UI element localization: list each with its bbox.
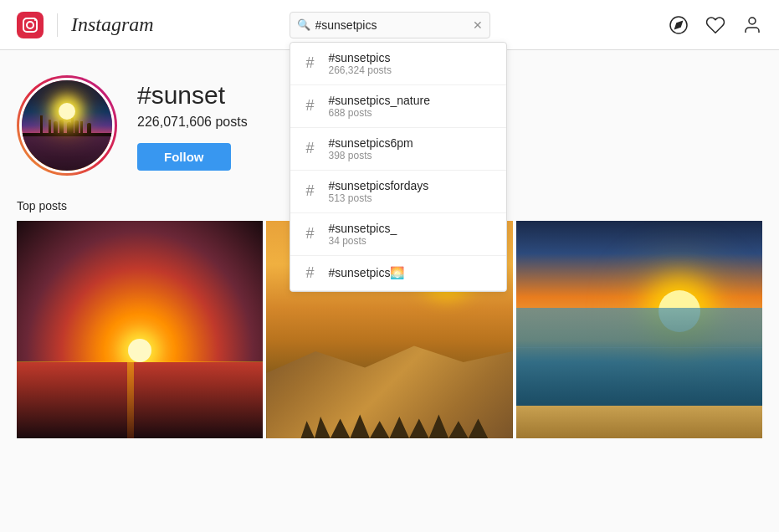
avatar-image — [22, 80, 112, 171]
hash-icon-0: # — [302, 54, 319, 72]
svg-rect-0 — [17, 12, 44, 38]
search-clear-button[interactable]: ✕ — [473, 18, 483, 32]
hash-icon-5: # — [302, 264, 319, 282]
dropdown-text-4: #sunsetpics_ 34 posts — [329, 222, 495, 247]
instagram-wordmark: Instagram — [71, 13, 154, 36]
dropdown-list: # #sunsetpics 266,324 posts # #sunsetpic… — [290, 43, 506, 291]
dropdown-item-5[interactable]: # #sunsetpics🌅 — [290, 256, 506, 291]
heart-icon-button[interactable] — [705, 15, 725, 35]
hash-icon-4: # — [302, 225, 319, 243]
avatar-inner — [19, 78, 115, 173]
tag-count-1: 688 posts — [329, 107, 495, 119]
dropdown-text-1: #sunsetpics_nature 688 posts — [329, 94, 495, 119]
tag-name-3: #sunsetpicsfordays — [329, 179, 495, 192]
tag-name-1: #sunsetpics_nature — [329, 94, 495, 107]
compass-icon-button[interactable] — [669, 15, 689, 35]
dropdown-text-2: #sunsetpics6pm 398 posts — [329, 136, 495, 161]
logo-area: Instagram — [17, 12, 154, 38]
dropdown-item-1[interactable]: # #sunsetpics_nature 688 posts — [290, 85, 506, 128]
post-thumbnail-3[interactable] — [516, 221, 762, 438]
instagram-camera-icon — [17, 12, 44, 38]
tag-name-4: #sunsetpics_ — [329, 222, 495, 235]
tag-name-2: #sunsetpics6pm — [329, 136, 495, 150]
search-input[interactable] — [315, 18, 449, 32]
dropdown-text-0: #sunsetpics 266,324 posts — [329, 51, 495, 76]
search-dropdown: # #sunsetpics 266,324 posts # #sunsetpic… — [290, 42, 507, 292]
avatar-ring — [17, 75, 117, 176]
svg-point-3 — [34, 19, 36, 21]
svg-marker-5 — [675, 21, 682, 28]
follow-button[interactable]: Follow — [137, 143, 231, 171]
tag-count-4: 34 posts — [329, 235, 495, 247]
tag-count-0: 266,324 posts — [329, 64, 495, 76]
dropdown-item-2[interactable]: # #sunsetpics6pm 398 posts — [290, 128, 506, 171]
profile-icon-button[interactable] — [742, 15, 762, 35]
tag-count-2: 398 posts — [329, 150, 495, 161]
header-nav-icons — [669, 15, 762, 35]
search-input-box[interactable]: 🔍 ✕ — [290, 12, 490, 38]
tag-count-3: 513 posts — [329, 192, 495, 204]
dropdown-item-3[interactable]: # #sunsetpicsfordays 513 posts — [290, 171, 506, 213]
hash-icon-1: # — [302, 97, 319, 115]
svg-point-6 — [749, 18, 756, 24]
main-header: Instagram 🔍 ✕ # #sunsetpics 266,324 post… — [0, 0, 779, 50]
post-image-1 — [17, 221, 263, 438]
header-divider — [57, 13, 58, 37]
dropdown-text-5: #sunsetpics🌅 — [329, 266, 495, 279]
dropdown-item-0[interactable]: # #sunsetpics 266,324 posts — [290, 43, 506, 85]
post-thumbnail-1[interactable] — [17, 221, 263, 438]
search-container: 🔍 ✕ # #sunsetpics 266,324 posts # #sunse… — [290, 12, 490, 38]
post-image-3 — [516, 221, 762, 438]
hash-icon-2: # — [302, 140, 319, 157]
dropdown-text-3: #sunsetpicsfordays 513 posts — [329, 179, 495, 204]
hash-icon-3: # — [302, 182, 319, 200]
dropdown-item-4[interactable]: # #sunsetpics_ 34 posts — [290, 213, 506, 256]
tag-name-5: #sunsetpics🌅 — [329, 266, 495, 279]
tag-name-0: #sunsetpics — [329, 51, 495, 64]
search-icon: 🔍 — [297, 18, 310, 31]
